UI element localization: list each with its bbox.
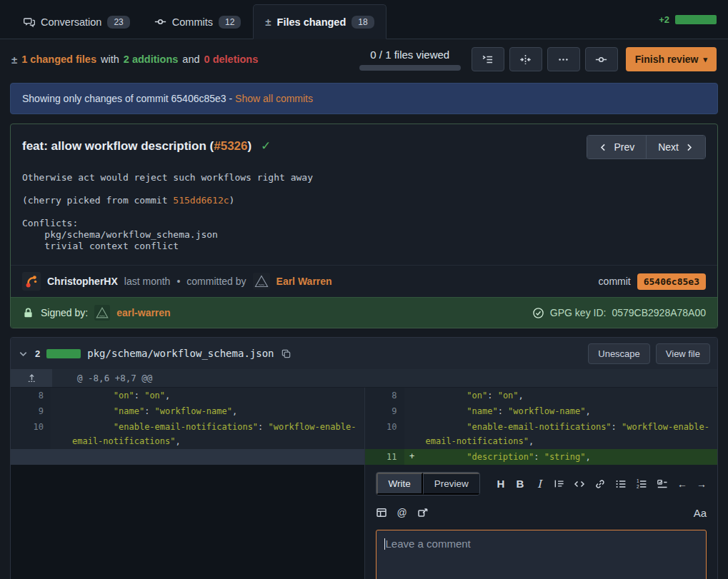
view-file-button[interactable]: View file [656, 343, 710, 364]
unescape-button[interactable]: Unescape [588, 343, 650, 364]
line-sign-right [404, 388, 420, 403]
verified-badge-icon [532, 307, 544, 319]
tab-commits[interactable]: Commits12 [142, 4, 254, 39]
signed-row: Signed by: earl-warren GPG key ID: 0579C… [11, 297, 717, 328]
hunk-header-text: @ -8,6 +8,7 @@ [52, 373, 152, 383]
mention-icon[interactable]: @ [397, 506, 407, 519]
authored-time: last month [124, 276, 171, 287]
quote-icon[interactable] [554, 478, 564, 490]
link-icon[interactable] [594, 478, 606, 490]
comment-textarea[interactable]: Leave a comment [376, 530, 707, 579]
unordered-list-icon[interactable] [615, 478, 627, 490]
git-commit-icon [154, 16, 166, 28]
signed-by-label: Signed by: [41, 307, 88, 318]
svg-text:1: 1 [637, 478, 639, 483]
inline-comment-form: WritePreview HBI12←→ @ Aa Leave a commen… [364, 465, 718, 579]
diff-toolbar: ± 1 changed files with 2 additions and 0… [0, 39, 728, 79]
changed-files-link[interactable]: 1 changed files [21, 54, 96, 65]
author-avatar[interactable] [22, 272, 41, 291]
editor-tab-write[interactable]: Write [377, 473, 423, 495]
editor-tabs: WritePreview [376, 472, 481, 495]
diff-code-placeholder [66, 449, 364, 465]
committer-name[interactable]: Earl Warren [276, 276, 332, 287]
show-all-commits-link[interactable]: Show all commits [235, 93, 313, 104]
line-number-left[interactable]: 9 [11, 403, 51, 419]
verified-check-icon: ✓ [261, 139, 271, 153]
conflicts-block: Conflicts: pkg/schema/workflow_schema.js… [22, 218, 706, 252]
task-list-icon[interactable] [657, 478, 668, 490]
prev-commit-button[interactable]: Prev [587, 136, 646, 158]
tab-label: Files changed [277, 16, 346, 28]
tab-conversation[interactable]: Conversation23 [11, 4, 142, 39]
copy-path-icon[interactable] [281, 348, 291, 359]
chevron-left-icon [599, 143, 608, 152]
signer-avatar[interactable] [94, 305, 110, 321]
issue-link[interactable]: #5326 [214, 139, 247, 153]
line-number-left[interactable]: 8 [11, 388, 51, 403]
diff-icon: ± [11, 54, 17, 66]
code-icon[interactable] [574, 478, 585, 490]
reference-icon[interactable] [417, 506, 429, 519]
author-name[interactable]: ChristopherHX [47, 276, 118, 287]
files-viewed-text: 0 / 1 files viewed [370, 49, 449, 61]
signer-name[interactable]: earl-warren [116, 307, 170, 318]
committer-avatar[interactable] [253, 273, 270, 290]
line-number-right[interactable]: 9 [364, 403, 404, 419]
editor-tab-preview[interactable]: Preview [423, 473, 480, 495]
tab-files-changed[interactable]: ±Files changed18 [253, 4, 386, 39]
font-size-toggle[interactable]: Aa [694, 507, 707, 519]
ordered-list-icon[interactable]: 12 [636, 478, 647, 490]
hunk-header-row: @ -8,6 +8,7 @@ [11, 369, 717, 388]
commit-select-button[interactable] [585, 47, 618, 71]
tab-count-badge: 12 [219, 16, 241, 29]
line-sign-right [404, 403, 420, 419]
line-sign-right [404, 419, 420, 449]
split-view-button[interactable] [509, 47, 542, 71]
italic-icon[interactable]: I [534, 478, 544, 490]
line-sign-left [51, 449, 66, 465]
more-options-button[interactable] [547, 47, 580, 71]
tab-label: Commits [172, 16, 213, 28]
diff-code: "enable-email-notifications": "workflow-… [66, 419, 364, 449]
table-icon[interactable] [376, 506, 387, 519]
commit-sha-badge[interactable]: 65406c85e3 [637, 273, 706, 290]
diff-left-empty-area [11, 465, 364, 579]
caret-down-icon: ▾ [703, 55, 707, 64]
line-sign-left [51, 419, 66, 449]
files-viewed-progress [359, 65, 461, 71]
arrow-right-icon[interactable]: → [697, 478, 707, 490]
pr-tab-bar: Conversation23Commits12±Files changed18 … [0, 0, 728, 39]
line-number-right[interactable]: 8 [364, 388, 404, 403]
diff-file-box: 2 pkg/schema/workflow_schema.json Unesca… [10, 337, 718, 579]
deletions-text: 0 deletions [204, 54, 259, 65]
line-number-right[interactable]: 10 [364, 419, 404, 449]
with-text: with [101, 54, 119, 65]
line-number-right[interactable]: 11 [364, 449, 404, 465]
diffstat-additions: +2 [659, 14, 669, 25]
tab-count-badge: 23 [107, 16, 129, 29]
finish-review-button[interactable]: Finish review ▾ [626, 47, 717, 71]
file-tree-icon [482, 54, 494, 66]
file-path: pkg/schema/workflow_schema.json [87, 348, 274, 359]
file-tree-button[interactable] [472, 47, 504, 71]
commit-filter-banner: Showing only changes of commit 65406c85e… [10, 83, 718, 114]
expand-hunk-icon[interactable] [11, 369, 52, 387]
diff-code: "name": "workflow-name", [66, 403, 364, 419]
collapse-file-icon[interactable] [18, 348, 29, 359]
arrow-left-icon[interactable]: ← [677, 478, 687, 490]
commit-box: feat: allow workflow description (#5326)… [10, 124, 718, 328]
commit-label: commit [599, 276, 631, 287]
line-sign-left [51, 403, 66, 419]
diff-code: "enable-email-notifications": "workflow-… [420, 419, 718, 449]
committed-by-label: committed by [186, 276, 246, 287]
chevron-right-icon [684, 143, 694, 152]
next-commit-button[interactable]: Next [646, 136, 705, 158]
diff-code: "on": "on", [66, 388, 364, 403]
commit-hash-link[interactable]: 515dd6612c [173, 195, 229, 206]
commit-author-row: ChristopherHX last month • committed by … [11, 265, 717, 297]
split-view-icon [519, 54, 532, 66]
split-diff: 8 "on": "on",8 "on": "on",9 "name": "wor… [11, 388, 717, 579]
heading-icon[interactable]: H [496, 478, 506, 490]
bold-icon[interactable]: B [515, 478, 525, 490]
line-number-left[interactable]: 10 [11, 419, 51, 449]
